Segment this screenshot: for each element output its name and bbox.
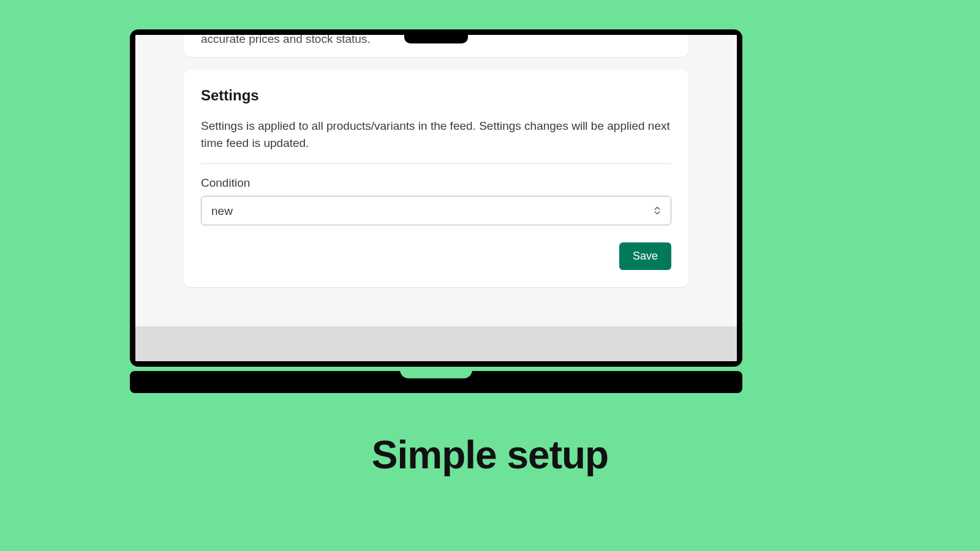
tagline: Simple setup xyxy=(0,432,980,478)
settings-title: Settings xyxy=(201,87,671,104)
save-button[interactable]: Save xyxy=(619,242,671,270)
button-row: Save xyxy=(201,242,671,270)
content-area: accurate prices and stock status. Settin… xyxy=(135,35,737,361)
window-bottom-bar xyxy=(135,326,737,361)
inner-content: accurate prices and stock status. Settin… xyxy=(135,35,737,326)
divider xyxy=(201,163,671,164)
info-card-text: accurate prices and stock status. xyxy=(201,35,371,46)
condition-select-wrapper: new xyxy=(201,196,671,225)
laptop-base xyxy=(130,371,742,393)
laptop-base-notch xyxy=(400,370,472,378)
laptop-frame: accurate prices and stock status. Settin… xyxy=(130,29,742,367)
condition-label: Condition xyxy=(201,176,671,190)
condition-select[interactable]: new xyxy=(201,196,671,225)
settings-description: Settings is applied to all products/vari… xyxy=(201,118,671,151)
laptop-screen: accurate prices and stock status. Settin… xyxy=(135,35,737,361)
settings-card: Settings Settings is applied to all prod… xyxy=(184,70,688,287)
laptop-notch xyxy=(404,29,468,43)
